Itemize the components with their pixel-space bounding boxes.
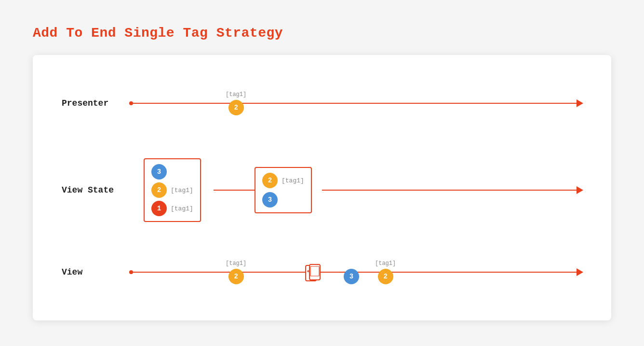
- presenter-timeline: [129, 103, 582, 104]
- view-badge-blue-3: 3: [344, 269, 359, 284]
- presenter-label: Presenter: [62, 98, 129, 108]
- vs-right-badge-yellow-2: 2: [262, 173, 278, 188]
- view-row: View [tag1] 2: [62, 253, 582, 291]
- vs-left-row-3: 1 [tag1]: [151, 201, 193, 216]
- view-label: View: [62, 267, 129, 277]
- vs-arrow-end: [577, 186, 583, 194]
- view-node1-tag: [tag1]: [226, 260, 246, 267]
- vs-left-row-1: 3: [151, 164, 193, 180]
- vs-badge-red-1: 1: [151, 201, 167, 216]
- vs-connector-line: [214, 190, 255, 191]
- view-row-content: [tag1] 2: [129, 253, 582, 291]
- presenter-node-1: [tag1] 2: [226, 91, 246, 115]
- svg-rect-1: [309, 264, 320, 280]
- diagram-card: Presenter [tag1] 2 View State: [33, 55, 611, 320]
- vs-left-tag1: [tag1]: [171, 205, 193, 212]
- view-dot-start: [129, 270, 133, 274]
- view-node-4: [tag1] 2: [375, 260, 396, 284]
- vs-timeline: [322, 190, 582, 191]
- presenter-badge-2: 2: [228, 100, 244, 115]
- presenter-dot-start: [129, 101, 133, 105]
- vs-right-row-1: 2 [tag1]: [262, 173, 304, 188]
- view-node-1: [tag1] 2: [226, 260, 246, 284]
- presenter-row: Presenter [tag1] 2: [62, 79, 582, 127]
- view-node-3: 3: [344, 260, 359, 284]
- vs-left-tag2: [tag1]: [171, 187, 193, 194]
- phone-icon: [303, 262, 324, 283]
- view-state-label: View State: [62, 185, 129, 195]
- view-state-row: View State 3 2 [tag1] 1 [tag1]: [62, 156, 582, 224]
- view-state-row-content: 3 2 [tag1] 1 [tag1] 2: [129, 156, 582, 224]
- phone-svg: [303, 262, 324, 283]
- page-wrapper: Add To End Single Tag Strategy Presenter…: [33, 26, 611, 320]
- presenter-row-content: [tag1] 2: [129, 79, 582, 127]
- view-badge-yellow-2b: 2: [378, 269, 393, 284]
- vs-right-tag1: [tag1]: [282, 177, 304, 184]
- view-badge-yellow-2: 2: [228, 269, 244, 284]
- page-title: Add To End Single Tag Strategy: [33, 26, 611, 41]
- view-node4-tag: [tag1]: [375, 260, 396, 267]
- vs-right-row-2: 3: [262, 192, 304, 208]
- vs-badge-blue-3: 3: [151, 164, 167, 180]
- presenter-arrow-end: [577, 99, 583, 107]
- vs-badge-yellow-2: 2: [151, 182, 167, 198]
- vs-right-box: 2 [tag1] 3: [255, 167, 312, 213]
- presenter-node-tag-label: [tag1]: [226, 91, 246, 98]
- vs-left-box: 3 2 [tag1] 1 [tag1]: [144, 158, 201, 222]
- vs-left-row-2: 2 [tag1]: [151, 182, 193, 198]
- vs-right-badge-blue-3: 3: [262, 192, 278, 208]
- view-arrow-end: [577, 268, 583, 276]
